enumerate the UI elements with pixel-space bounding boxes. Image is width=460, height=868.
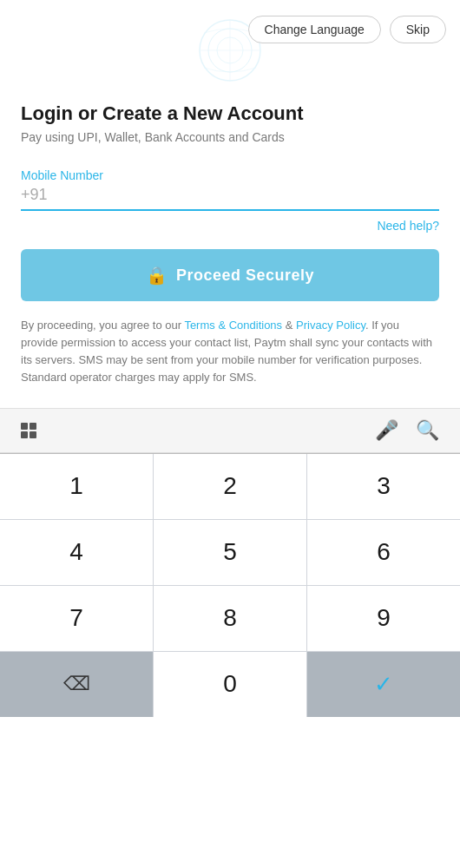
microphone-icon[interactable]: 🎤 [375,419,398,442]
key-7[interactable]: 7 [0,586,153,651]
key-0[interactable]: 0 [154,652,306,717]
keyboard: 1 2 3 4 5 6 7 8 9 ⌫ 0 ✓ [0,453,460,717]
backspace-icon: ⌫ [63,673,90,695]
grid-cell-2 [30,423,36,430]
mobile-label: Mobile Number [21,168,439,182]
key-4[interactable]: 4 [0,520,153,585]
key-6[interactable]: 6 [307,520,460,585]
terms-text: By proceeding, you agree to our Terms & … [21,317,439,387]
keyboard-toolbar-right: 🎤 🔍 [375,419,439,442]
grid-icon[interactable] [21,423,36,438]
lock-icon: 🔒 [146,265,168,286]
grid-cell-1 [21,423,28,430]
key-3[interactable]: 3 [307,454,460,519]
keyboard-toolbar: 🎤 🔍 [0,409,460,453]
proceed-button-label: Proceed Securely [176,266,314,285]
main-content: Login or Create a New Account Pay using … [0,94,460,387]
terms-conditions-link[interactable]: Terms & Conditions [184,319,282,332]
key-8[interactable]: 8 [154,586,306,651]
skip-button[interactable]: Skip [390,16,446,43]
privacy-policy-link[interactable]: Privacy Policy [296,319,365,332]
terms-conjunction: & [282,319,296,332]
header-buttons: Change Language Skip [248,16,446,43]
need-help-container: Need help? [21,218,439,233]
page-title: Login or Create a New Account [21,102,439,125]
grid-cell-4 [30,431,36,438]
proceed-button[interactable]: 🔒 Proceed Securely [21,249,439,301]
checkmark-icon: ✓ [374,671,393,698]
key-5[interactable]: 5 [154,520,306,585]
terms-prefix: By proceeding, you agree to our [21,319,184,332]
grid-cell-3 [21,431,28,438]
key-1[interactable]: 1 [0,454,153,519]
mobile-input-row: +91 [21,186,439,211]
key-backspace[interactable]: ⌫ [0,652,153,717]
country-code: +91 [21,186,48,204]
key-2[interactable]: 2 [154,454,306,519]
need-help-link[interactable]: Need help? [377,219,439,233]
key-9[interactable]: 9 [307,586,460,651]
change-language-button[interactable]: Change Language [248,16,381,43]
header: Change Language Skip [0,0,460,94]
mobile-input[interactable] [53,186,439,204]
page-subtitle: Pay using UPI, Wallet, Bank Accounts and… [21,130,439,144]
search-icon[interactable]: 🔍 [416,419,439,442]
key-confirm[interactable]: ✓ [307,652,460,717]
